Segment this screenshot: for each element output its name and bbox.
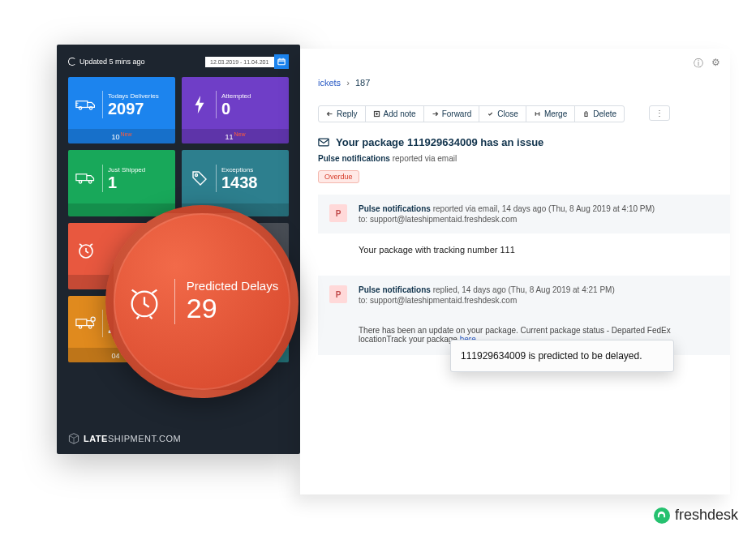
card-just-shipped[interactable]: Just Shipped 1: [68, 150, 175, 216]
breadcrumb-prev[interactable]: ickets: [318, 78, 341, 88]
svg-rect-9: [76, 319, 87, 326]
more-actions-button[interactable]: ⋮: [649, 105, 670, 121]
card-foot-new: New: [234, 131, 246, 137]
reported-via: reported via email: [393, 154, 457, 163]
card-foot-count: 11: [225, 133, 233, 141]
svg-point-5: [79, 181, 81, 183]
forward-button[interactable]: Forward: [424, 106, 480, 122]
ticket-actions: Reply Add note Forward Close Merge Delet…: [318, 105, 625, 122]
chevron-right-icon: ›: [346, 78, 350, 88]
message-body-preview: Your package with tracking number 111: [318, 233, 730, 276]
avatar: P: [329, 204, 347, 222]
transit-truck-icon: [75, 314, 97, 333]
highlighted-callout: 111929634009 is predicted to be delayed.: [450, 340, 674, 372]
magnifier-value: 29: [187, 293, 278, 324]
svg-point-6: [88, 181, 91, 183]
svg-point-10: [79, 326, 81, 328]
alarm-clock-icon: [75, 241, 97, 260]
svg-point-11: [88, 326, 91, 328]
card-foot-count: 10: [111, 133, 119, 141]
svg-point-2: [79, 107, 81, 109]
ticket-subject: Your package 111929634009 has an issue: [336, 136, 543, 148]
close-button[interactable]: Close: [479, 106, 526, 122]
cube-icon: [68, 433, 79, 444]
alarm-clock-icon: [126, 283, 163, 320]
message-to: to: support@lateshipmentaid.freshdesk.co…: [359, 296, 719, 305]
svg-point-7: [195, 174, 198, 177]
card-label: Attempted: [221, 92, 251, 101]
truck-icon: [75, 169, 97, 188]
card-value: 1: [108, 174, 145, 191]
breadcrumb[interactable]: ickets › 187: [318, 78, 370, 88]
card-label: Exceptions: [221, 166, 258, 174]
refresh-icon: [68, 58, 76, 66]
svg-rect-14: [319, 139, 329, 146]
delivery-truck-icon: [75, 95, 97, 114]
freshdesk-icon: [654, 507, 670, 524]
freshdesk-logo: freshdesk: [654, 507, 738, 524]
add-note-button[interactable]: Add note: [366, 106, 424, 122]
card-foot-count: 04: [111, 352, 119, 360]
card-todays-deliveries[interactable]: Todays Deliveries 2097 10New: [68, 77, 175, 143]
delete-button[interactable]: Delete: [575, 106, 624, 122]
overdue-badge: Overdue: [318, 170, 359, 183]
magnifier-label: Predicted Delays: [187, 279, 278, 293]
card-value: 0: [221, 101, 251, 117]
svg-point-3: [89, 107, 92, 109]
card-value: 1438: [221, 174, 258, 191]
tag-icon: [188, 169, 211, 188]
ticket-thread: P Pulse notifications reported via email…: [318, 195, 730, 355]
calendar-icon: [277, 58, 286, 66]
magnifier-highlight: Predicted Delays 29: [105, 205, 299, 398]
card-foot-new: New: [121, 131, 132, 137]
avatar: P: [329, 285, 347, 303]
thread-message[interactable]: P Pulse notifications reported via email…: [318, 195, 730, 233]
reporter-name[interactable]: Pulse notifications: [318, 154, 390, 163]
envelope-icon: [318, 138, 329, 147]
merge-button[interactable]: Merge: [526, 106, 575, 122]
card-attempted[interactable]: Attempted 0 11New: [182, 77, 289, 143]
svg-rect-1: [76, 101, 88, 108]
svg-point-12: [91, 317, 95, 321]
svg-rect-4: [76, 174, 87, 181]
svg-rect-0: [278, 59, 285, 65]
card-label: Todays Deliveries: [108, 92, 159, 101]
breadcrumb-current: 187: [355, 78, 370, 88]
message-to: to: support@lateshipmentaid.freshdesk.co…: [359, 215, 719, 224]
calendar-button[interactable]: [274, 54, 289, 69]
gear-icon[interactable]: ⚙: [711, 57, 720, 71]
card-value: 2097: [108, 101, 159, 117]
reply-button[interactable]: Reply: [319, 106, 366, 122]
card-label: Just Shipped: [108, 166, 145, 174]
lateshipment-logo: LATESHIPMENT.COM: [68, 433, 181, 444]
refresh-status[interactable]: Updated 5 mins ago: [68, 58, 145, 66]
freshdesk-panel: ⓘ ⚙ ickets › 187 Reply Add note Forward …: [300, 49, 730, 494]
updated-label: Updated 5 mins ago: [79, 58, 145, 66]
thread-message[interactable]: P Pulse notifications replied, 14 days a…: [318, 276, 730, 315]
bolt-icon: [188, 95, 211, 114]
info-icon[interactable]: ⓘ: [694, 57, 703, 71]
date-picker[interactable]: [205, 54, 289, 69]
date-range-input[interactable]: [205, 57, 274, 67]
